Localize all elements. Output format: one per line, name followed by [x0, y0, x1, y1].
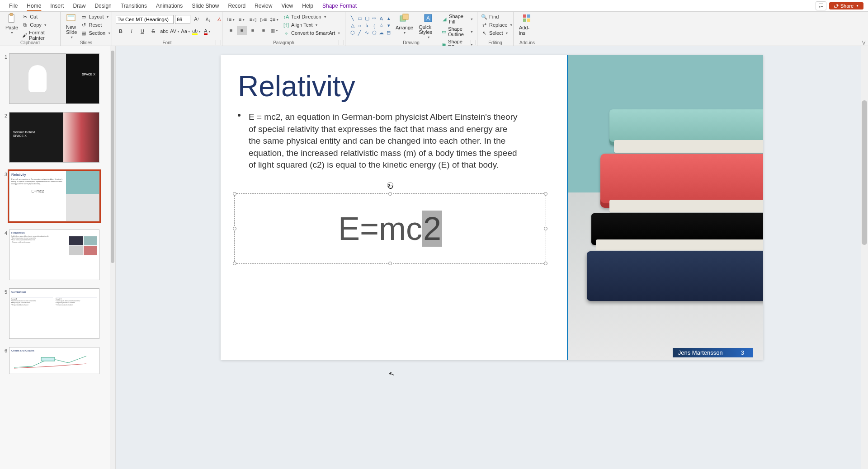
- section-button[interactable]: ▤Section▼: [80, 29, 111, 37]
- align-center-button[interactable]: ≡: [237, 26, 247, 35]
- align-left-button[interactable]: ≡: [226, 26, 236, 35]
- shape-rect-icon[interactable]: ▭: [356, 15, 363, 22]
- thumb-scrollbar-thumb[interactable]: [111, 51, 114, 263]
- thumbnail-slide-6[interactable]: Charts and Graphs: [9, 347, 99, 374]
- tab-file[interactable]: File: [5, 1, 22, 11]
- tab-view[interactable]: View: [277, 1, 297, 11]
- italic-button[interactable]: I: [127, 27, 137, 36]
- resize-handle-ne[interactable]: [544, 192, 547, 196]
- font-size-select[interactable]: [175, 15, 190, 24]
- tab-record[interactable]: Record: [223, 1, 250, 11]
- tab-insert[interactable]: Insert: [46, 1, 68, 11]
- equation-textbox[interactable]: ↻ E=mc2: [234, 193, 546, 264]
- shape-arrow-icon[interactable]: ⇨: [371, 15, 377, 22]
- drawing-launcher[interactable]: [471, 40, 476, 45]
- shape-poly-icon[interactable]: ⬠: [371, 29, 377, 36]
- bold-button[interactable]: B: [116, 27, 126, 36]
- convert-smartart-button[interactable]: ⟐Convert to SmartArt▼: [283, 29, 340, 37]
- quick-styles-button[interactable]: AQuick Styles▼: [417, 13, 440, 39]
- tab-draw[interactable]: Draw: [68, 1, 90, 11]
- thumbnail-slide-4[interactable]: Hypothesis Subtitle lorem ipsum dolor si…: [9, 230, 99, 280]
- addins-button[interactable]: Add-ins: [517, 13, 537, 36]
- align-right-button[interactable]: ≡: [248, 26, 258, 35]
- tab-design[interactable]: Design: [90, 1, 116, 11]
- shape-line2-icon[interactable]: ╱: [356, 29, 363, 36]
- increase-indent-button[interactable]: ▷≡: [259, 15, 269, 24]
- shape-fill-button[interactable]: ◢Shape Fill▼: [442, 13, 473, 25]
- shapes-gallery[interactable]: ╲ ▭ ▢ ⇨ A ▴ △ ○ ↳ { ☆ ▾ ⬡ ╱ ∿ ⬠ ☁ ⊟: [349, 15, 392, 36]
- shape-cloud-icon[interactable]: ☁: [378, 29, 385, 36]
- text-direction-button[interactable]: ↕AText Direction▼: [283, 13, 340, 20]
- shape-expand-icon[interactable]: ⊟: [385, 29, 392, 36]
- shape-line-icon[interactable]: ╲: [349, 15, 356, 22]
- font-launcher[interactable]: [216, 40, 221, 45]
- line-spacing-button[interactable]: ‡≡▼: [269, 15, 279, 24]
- char-spacing-button[interactable]: AV▼: [170, 27, 180, 36]
- slide-body[interactable]: E = mc2, an equation in German-born phys…: [238, 111, 518, 171]
- shape-connector-icon[interactable]: ↳: [363, 22, 370, 29]
- copy-button[interactable]: ⧉Copy▼: [22, 21, 57, 28]
- text-shadow-button[interactable]: abc: [159, 27, 169, 36]
- shape-text-icon[interactable]: A: [378, 15, 385, 22]
- increase-font-button[interactable]: A↑: [192, 15, 202, 24]
- shape-more2-icon[interactable]: ▾: [385, 22, 392, 29]
- slide-editor[interactable]: Relativity E = mc2, an equation in Germa…: [221, 55, 763, 360]
- thumbnail-slide-1[interactable]: SPACE X: [9, 53, 99, 104]
- thumbnail-slide-5[interactable]: Comparison Sample A• Lorem ipsum dolor s…: [9, 288, 99, 339]
- tab-home[interactable]: Home: [22, 1, 46, 11]
- paste-button[interactable]: Paste ▼: [4, 13, 20, 34]
- rotate-handle[interactable]: ↻: [387, 182, 393, 188]
- collapse-ribbon-button[interactable]: ⋁: [862, 40, 865, 45]
- font-color-button[interactable]: A▼: [203, 27, 212, 36]
- shape-triangle-icon[interactable]: △: [349, 22, 356, 29]
- find-button[interactable]: 🔍Find: [481, 13, 513, 20]
- shape-brace-icon[interactable]: {: [371, 22, 377, 29]
- shape-callout-icon[interactable]: ⬡: [349, 29, 356, 36]
- slide-thumbnails-panel[interactable]: 1 SPACE X 2 Science BehindSPACE X 3 Rela…: [0, 46, 116, 469]
- numbering-button[interactable]: ≡▼: [237, 15, 247, 24]
- cut-button[interactable]: ✂Cut: [22, 13, 57, 20]
- shape-curve-icon[interactable]: ∿: [363, 29, 370, 36]
- resize-handle-s[interactable]: [388, 262, 392, 265]
- shape-circle-icon[interactable]: ○: [356, 22, 363, 29]
- justify-button[interactable]: ≡: [259, 26, 269, 35]
- clipboard-launcher[interactable]: [54, 40, 59, 45]
- shape-roundrect-icon[interactable]: ▢: [363, 15, 370, 22]
- font-name-select[interactable]: [116, 15, 174, 24]
- layout-button[interactable]: ▭Layout▼: [80, 13, 111, 20]
- underline-button[interactable]: U: [137, 27, 147, 36]
- equation-text[interactable]: E=mc2: [338, 210, 442, 247]
- thumbnail-slide-2[interactable]: Science BehindSPACE X: [9, 112, 99, 163]
- decrease-indent-button[interactable]: ≡◁: [248, 15, 258, 24]
- resize-handle-nw[interactable]: [233, 192, 236, 196]
- shape-more1-icon[interactable]: ▴: [385, 15, 392, 22]
- shape-star-icon[interactable]: ☆: [378, 22, 385, 29]
- share-button[interactable]: Share ▼: [829, 2, 863, 9]
- columns-button[interactable]: ▥▼: [269, 26, 279, 35]
- resize-handle-n[interactable]: [388, 192, 392, 196]
- tab-transitions[interactable]: Transitions: [116, 1, 151, 11]
- tab-animations[interactable]: Animations: [151, 1, 187, 11]
- shape-outline-button[interactable]: ▭Shape Outline▼: [442, 26, 473, 38]
- resize-handle-sw[interactable]: [233, 262, 236, 265]
- thumb-scrollbar[interactable]: [110, 46, 115, 469]
- resize-handle-w[interactable]: [233, 227, 236, 230]
- resize-handle-se[interactable]: [544, 262, 547, 265]
- strike-button[interactable]: S: [148, 27, 158, 36]
- paragraph-launcher[interactable]: [339, 40, 344, 45]
- new-slide-button[interactable]: New Slide ▼: [64, 13, 79, 39]
- select-button[interactable]: ↖Select▼: [481, 29, 513, 37]
- tab-help[interactable]: Help: [297, 1, 318, 11]
- reset-button[interactable]: ↺Reset: [80, 21, 111, 28]
- change-case-button[interactable]: Aa▼: [181, 27, 191, 36]
- thumbnail-slide-3[interactable]: Relativity E = mc2, an equation in Germa…: [9, 171, 99, 221]
- tab-shape-format[interactable]: Shape Format: [318, 1, 361, 11]
- decrease-font-button[interactable]: A↓: [203, 15, 213, 24]
- bullets-button[interactable]: ⁝≡▼: [226, 15, 236, 24]
- arrange-button[interactable]: Arrange▼: [394, 13, 415, 34]
- replace-button[interactable]: ⇄Replace▼: [481, 21, 513, 28]
- highlight-button[interactable]: ab▼: [192, 27, 202, 36]
- resize-handle-e[interactable]: [544, 227, 547, 230]
- tab-slideshow[interactable]: Slide Show: [187, 1, 223, 11]
- tab-review[interactable]: Review: [250, 1, 277, 11]
